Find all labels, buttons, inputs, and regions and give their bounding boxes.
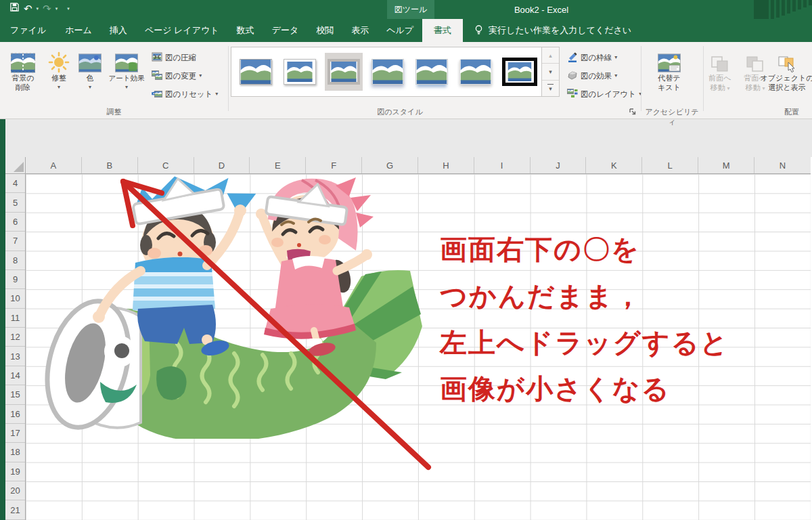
annotation-text-line: 画像が小さくなる [440,375,671,402]
lightbulb-icon [474,24,484,37]
color-button[interactable]: 色 ▾ [76,45,104,108]
bring-forward-label2: 移動 ▾ [710,83,729,92]
reset-picture-button[interactable]: 図のリセット ▾ [152,87,218,102]
picture-style-thumbnail-7[interactable] [501,53,539,91]
annotation-text-line: 画面右下の〇を [440,236,640,263]
picture-style-thumbnail-6[interactable] [457,53,495,91]
koinobori-picture[interactable] [34,175,440,439]
row-header[interactable]: 14 [5,366,25,385]
row-header[interactable]: 6 [5,213,25,232]
picture-effects-icon [567,70,578,81]
tab-formulas[interactable]: 数式 [228,19,263,42]
tab-data[interactable]: データ [263,19,308,42]
tab-review[interactable]: 校閲 [307,19,342,42]
picture-layout-button[interactable]: 図のレイアウト ▾ [567,87,641,102]
change-picture-caret-icon: ▾ [199,73,202,79]
picture-style-thumbnail-1[interactable] [237,53,275,91]
alt-text-label: 代替テ [658,73,680,83]
tab-page-layout[interactable]: ページ レイアウト [136,19,228,42]
remove-background-label: 背景の [12,73,34,83]
picture-style-thumbnail-3[interactable] [325,53,363,91]
column-header[interactable]: B [82,157,138,173]
undo-caret-icon[interactable]: ▾ [37,6,39,11]
picture-border-label: 図の枠線 [581,53,612,63]
remove-background-label2: 削除 [16,83,30,92]
picture-style-thumbnail-5[interactable] [413,53,451,91]
column-header[interactable]: L [642,157,698,173]
quick-access-toolbar: ↶ ▾ ↷ ▾ ▾ [9,2,70,15]
annotation-text-line: 左上へドラッグすると [440,329,729,356]
gallery-down-button[interactable]: ▾ [542,64,559,80]
tab-view[interactable]: 表示 [342,19,378,42]
row-header[interactable]: 8 [5,251,25,270]
column-header[interactable]: F [306,157,362,173]
row-header[interactable]: 20 [5,481,25,500]
column-header[interactable]: M [698,157,754,173]
picture-styles-group-label: 図のスタイル [231,107,569,116]
column-header[interactable]: N [754,157,811,173]
save-icon[interactable] [9,2,20,15]
row-header[interactable]: 13 [5,347,25,366]
picture-style-thumbnail-4[interactable] [369,53,407,91]
picture-border-icon [567,52,578,64]
undo-icon[interactable]: ↶ [24,3,32,14]
window-title: Book2 - Excel [447,0,636,19]
ribbon: 背景の 削除 修整 ▾ 色 ▾ アート効果 ▾ [0,42,812,119]
row-header[interactable]: 9 [5,270,25,289]
formula-bar [0,119,812,157]
remove-background-button[interactable]: 背景の 削除 [4,45,42,108]
tab-format-active[interactable]: 書式 [422,19,463,42]
row-header[interactable]: 12 [5,328,25,347]
excel-window: ↶ ▾ ↷ ▾ ▾ 図ツール Book2 - Excel ファイル ホーム 挿入… [0,0,812,520]
corrections-button[interactable]: 修整 ▾ [43,45,74,108]
picture-styles-dialog-launcher-icon[interactable] [628,107,637,116]
tab-home[interactable]: ホーム [56,19,101,42]
row-header[interactable]: 10 [5,289,25,308]
alt-text-label2: キスト [658,83,681,92]
tab-help[interactable]: ヘルプ [378,19,422,42]
picture-style-thumbnail-2[interactable] [281,53,319,91]
column-headers: A B C D E F G H I J K L M N [26,157,811,174]
reset-picture-icon [152,89,162,100]
select-all-button[interactable] [5,157,26,174]
row-header[interactable]: 11 [5,309,25,328]
carp-gill [156,366,186,400]
picture-styles-gallery [231,47,542,97]
selection-pane-button[interactable]: オブジェクトの 選択と表示 [761,45,812,108]
column-header[interactable]: K [586,157,642,173]
column-header[interactable]: G [362,157,418,173]
tell-me-box[interactable]: 実行したい作業を入力してください [474,19,631,42]
column-header[interactable]: D [194,157,250,173]
column-header[interactable]: H [418,157,474,173]
row-header[interactable]: 5 [5,193,25,212]
row-header[interactable]: 18 [5,443,25,462]
alt-text-button[interactable]: 代替テ キスト [647,45,692,108]
picture-border-button[interactable]: 図の枠線 ▾ [567,50,617,65]
corrections-caret-icon: ▾ [58,85,60,90]
redo-caret-icon[interactable]: ▾ [55,6,58,11]
picture-effects-button[interactable]: 図の効果 ▾ [567,68,617,83]
artistic-effects-button[interactable]: アート効果 ▾ [105,45,148,108]
alt-text-icon [658,46,681,73]
customize-quick-access-icon[interactable]: ▾ [67,6,70,11]
column-header[interactable]: I [474,157,531,173]
change-picture-button[interactable]: 図の変更 ▾ [152,68,202,83]
gallery-more-button[interactable]: ▾ [542,81,559,96]
row-header[interactable]: 4 [5,174,25,193]
column-header[interactable]: C [138,157,194,173]
row-header[interactable]: 17 [5,424,25,443]
artistic-effects-caret-icon: ▾ [125,85,128,90]
column-header[interactable]: E [250,157,306,173]
row-header[interactable]: 21 [5,500,25,519]
column-header[interactable]: A [26,157,82,173]
row-header[interactable]: 7 [5,232,25,251]
tab-file[interactable]: ファイル [0,19,56,42]
compress-pictures-button[interactable]: 図の圧縮 [152,50,196,65]
column-header[interactable]: J [531,157,587,173]
row-header[interactable]: 15 [5,385,25,404]
row-header[interactable]: 19 [5,462,25,481]
tab-insert[interactable]: 挿入 [101,19,136,42]
gallery-scrollbar: ▴ ▾ ▾ [542,47,560,97]
row-header[interactable]: 16 [5,405,25,424]
gallery-up-button[interactable]: ▴ [542,47,559,64]
